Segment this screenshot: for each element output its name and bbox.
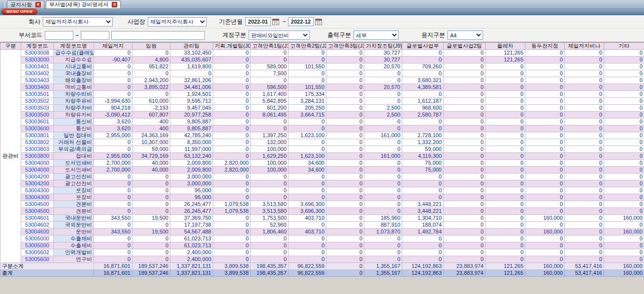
table-row[interactable]: 53003502차량주유비-3,994,630610,0009,595,7120…	[0, 98, 644, 105]
table-row[interactable]: 53004600운반비343,55019,50054,567,48801,806…	[0, 229, 644, 235]
value-cell: 0	[326, 187, 364, 194]
table-row[interactable]: 53003500차량유지비-3,090,412607,80720,977,258…	[0, 112, 644, 118]
table-row[interactable]: 53003403해외출장비02,943,20032,861,206000003,…	[0, 77, 644, 84]
column-header: 동두천지점	[525, 43, 565, 50]
value-cell: 0	[132, 174, 170, 180]
value-cell: 1,806,460	[251, 229, 289, 235]
value-cell: 0	[213, 153, 251, 160]
value-cell: 198,435,357	[251, 270, 289, 277]
account-name-cell: 일반 접대비	[54, 132, 94, 139]
site-select[interactable]: 제일저지주식회사	[148, 17, 207, 27]
table-footer-row: 구분소계16,871,601189,537,2461,337,821,1313,…	[0, 263, 644, 270]
table-row[interactable]: 53004000도서인쇄비2,700,00040,0002,009,8002,8…	[0, 167, 644, 174]
table-row[interactable]: 53005600연구비002,400,00000000000000	[0, 256, 644, 263]
account-name-cell: 시내교통비	[54, 63, 94, 70]
table-row[interactable]: 판관비53003008급수수료(클레임)0033,102,450000030,7…	[0, 50, 644, 57]
value-cell: 0	[485, 222, 525, 229]
table-row[interactable]: 53003000지급수수료-90,4074,800435,035,6070000…	[0, 57, 644, 63]
value-cell: 0	[364, 167, 402, 174]
table-row[interactable]: 53003802거래처 선물비010,307,0008,350,0000132,…	[0, 139, 644, 146]
value-cell: 0	[485, 118, 525, 125]
value-cell: 0	[525, 242, 565, 249]
table-row[interactable]: 53003503차량주차비904,218-2,1939,457,0450601,…	[0, 105, 644, 112]
table-row[interactable]: 53004200광고선전비003,000,00000000000000	[0, 174, 644, 180]
value-cell: 2,728,100	[402, 132, 444, 139]
period-to-input[interactable]	[288, 17, 314, 26]
value-cell: 0	[326, 229, 364, 235]
value-cell: 0	[565, 208, 604, 215]
column-header: 구분	[0, 43, 21, 50]
output-type-select[interactable]: 세부	[354, 30, 399, 40]
value-cell: 1,623,100	[289, 132, 326, 139]
paper-type-select[interactable]: A4	[448, 30, 483, 40]
account-name-cell: 차량주유비	[54, 98, 94, 105]
tab-notice[interactable]: 공지사항 ×	[7, 0, 44, 8]
table-row[interactable]: 53005602인력개발비002,400,00000000000000	[0, 249, 644, 256]
value-cell: 0	[565, 146, 604, 153]
account-type-select[interactable]: 판매비와일반비	[249, 30, 310, 40]
value-cell: 0	[289, 118, 326, 125]
value-cell: 0	[132, 222, 170, 229]
tab-close-icon[interactable]: ×	[112, 2, 117, 7]
account-code-cell: 53003601	[21, 118, 54, 125]
value-cell: 968,600	[402, 105, 444, 112]
value-cell: 2,943,200	[132, 77, 170, 84]
account-name-cell: 차량수리비	[54, 91, 94, 98]
table-row[interactable]: 53005000수출제비0061,023,71300000000000	[0, 242, 644, 249]
table-row[interactable]: 53004300포장비0095,00000000000000	[0, 187, 644, 194]
account-code-cell: 53003503	[21, 105, 54, 112]
period-from-input[interactable]	[245, 17, 271, 26]
menu-open-button[interactable]: MENU OPEN	[1, 9, 37, 15]
value-cell: 0	[364, 77, 402, 84]
table-row[interactable]: 53003400여비교통비03,895,02234,481,0060596,50…	[0, 84, 644, 91]
dept-from-input[interactable]	[45, 31, 73, 40]
value-cell: 2,009,800	[170, 167, 213, 174]
table-row[interactable]: 53004300포장비0095,00000000000000	[0, 194, 644, 201]
value-cell: 0	[565, 153, 604, 160]
table-row[interactable]: 53004602국외운반비0017,197,738052,96000887,91…	[0, 222, 644, 229]
tab-close-icon[interactable]: ×	[35, 2, 41, 7]
table-row[interactable]: 53004200광고선전비003,000,00000000000000	[0, 180, 644, 187]
value-cell: 0	[402, 50, 444, 57]
account-name-cell: 도서인쇄비	[54, 167, 94, 174]
table-row[interactable]: 53003600통신비3,6204009,805,88700000000000	[0, 125, 644, 132]
value-cell: 0	[525, 112, 565, 118]
value-cell: 0	[565, 77, 604, 84]
value-cell: 0	[565, 249, 604, 256]
value-cell: 0	[132, 235, 170, 242]
table-row[interactable]: 53004500견본비0026,245,4771,079,5383,513,58…	[0, 208, 644, 215]
value-cell: 0	[604, 208, 644, 215]
table-row[interactable]: 53003401시내교통비0951,8221,619,8000589,00010…	[0, 63, 644, 70]
table-row[interactable]: 53003803부의금/축의금059,00011,997,0000100,000…	[0, 146, 644, 153]
value-cell: 0	[289, 242, 326, 249]
dept-to-input[interactable]	[81, 31, 109, 40]
calendar-icon[interactable]	[272, 18, 279, 25]
table-row[interactable]: 53004000도서인쇄비2,700,00040,0002,009,8002,8…	[0, 160, 644, 167]
value-cell: 75,000	[402, 167, 444, 174]
value-cell: 0	[444, 249, 485, 256]
value-cell: 0	[565, 215, 604, 222]
value-cell: 0	[170, 70, 213, 77]
table-row[interactable]: 53003601통신비3,6204009,805,88700000000000	[0, 118, 644, 125]
value-cell: 0	[326, 235, 364, 242]
table-row[interactable]: 53003800접대비2,955,00034,729,16963,132,240…	[0, 153, 644, 160]
table-row[interactable]: 53004601국내운반비343,55019,50037,369,75001,7…	[0, 215, 644, 222]
calendar-icon[interactable]	[315, 18, 322, 25]
table-row[interactable]: 53003501차량수리비001,924,50101,617,400175,33…	[0, 91, 644, 98]
value-cell: 0	[485, 139, 525, 146]
value-cell: 0	[525, 160, 565, 167]
table-row[interactable]: 53003402국내출장비00007,500000000000	[0, 70, 644, 77]
table-row[interactable]: 53004500견본비0026,245,4771,079,5383,513,58…	[0, 201, 644, 208]
dept-name-field[interactable]	[111, 31, 205, 40]
table-row[interactable]: 53005000수출제비0061,023,71300000000000	[0, 235, 644, 242]
table-row[interactable]: 53003801일반 접대비2,955,00024,363,16942,785,…	[0, 132, 644, 139]
value-cell: 1,492,784	[402, 229, 444, 235]
account-name-cell: 인력개발비	[54, 249, 94, 256]
value-cell: 0	[213, 222, 251, 229]
value-cell: 0	[326, 57, 364, 63]
tab-expense-report[interactable]: 부서별(세목) 경비명세서 ×	[46, 0, 121, 8]
period-label: 기준년월	[219, 18, 243, 26]
company-select[interactable]: 제일저지주식회사	[43, 17, 113, 27]
value-cell: 0	[213, 91, 251, 98]
value-cell: 160,000	[604, 229, 644, 235]
